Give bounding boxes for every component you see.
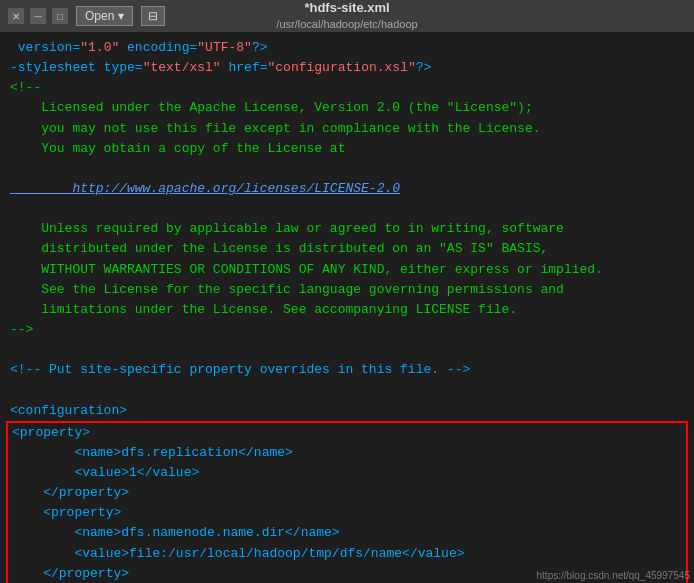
watermark: https://blog.csdn.net/qq_45997545 [537, 570, 690, 581]
open-button[interactable]: Open ▾ [76, 6, 133, 26]
code-line: WITHOUT WARRANTIES OR CONDITIONS OF ANY … [10, 260, 684, 280]
code-line: <property> [12, 503, 682, 523]
code-line: -stylesheet type="text/xsl" href="config… [10, 58, 684, 78]
code-line [10, 199, 684, 219]
code-line: Licensed under the Apache License, Versi… [10, 98, 684, 118]
code-line: <value>file:/usr/local/hadoop/tmp/dfs/na… [12, 544, 682, 564]
minimize-button[interactable]: ─ [30, 8, 46, 24]
code-line: <!-- Put site-specific property override… [10, 360, 684, 380]
editor-area[interactable]: version="1.0" encoding="UTF-8"?>-stylesh… [0, 32, 694, 583]
maximize-button[interactable]: □ [52, 8, 68, 24]
code-line [10, 380, 684, 400]
title-bar: ✕ ─ □ Open ▾ ⊟ *hdfs-site.xml /usr/local… [0, 0, 694, 32]
code-line: http://www.apache.org/licenses/LICENSE-2… [10, 179, 684, 199]
save-icon-button[interactable]: ⊟ [141, 6, 165, 26]
code-line: See the License for the specific languag… [10, 280, 684, 300]
code-line: Unless required by applicable law or agr… [10, 219, 684, 239]
code-line: limitations under the License. See accom… [10, 300, 684, 320]
code-line [10, 340, 684, 360]
code-line: <!-- [10, 78, 684, 98]
code-line: distributed under the License is distrib… [10, 239, 684, 259]
code-line: <name>dfs.namenode.name.dir</name> [12, 523, 682, 543]
code-line: you may not use this file except in comp… [10, 119, 684, 139]
code-line: <value>1</value> [12, 463, 682, 483]
close-button[interactable]: ✕ [8, 8, 24, 24]
highlighted-property-block: <property> <name>dfs.replication</name> … [6, 421, 688, 583]
code-line: You may obtain a copy of the License at [10, 139, 684, 159]
window-controls[interactable]: ✕ ─ □ [8, 8, 68, 24]
code-line [10, 159, 684, 179]
code-line: <configuration> [10, 401, 684, 421]
window-title: *hdfs-site.xml /usr/local/hadoop/etc/had… [276, 0, 417, 31]
code-line: version="1.0" encoding="UTF-8"?> [10, 38, 684, 58]
code-line: </property> [12, 483, 682, 503]
code-line: <property> [12, 423, 682, 443]
code-line: --> [10, 320, 684, 340]
code-line: <name>dfs.replication</name> [12, 443, 682, 463]
